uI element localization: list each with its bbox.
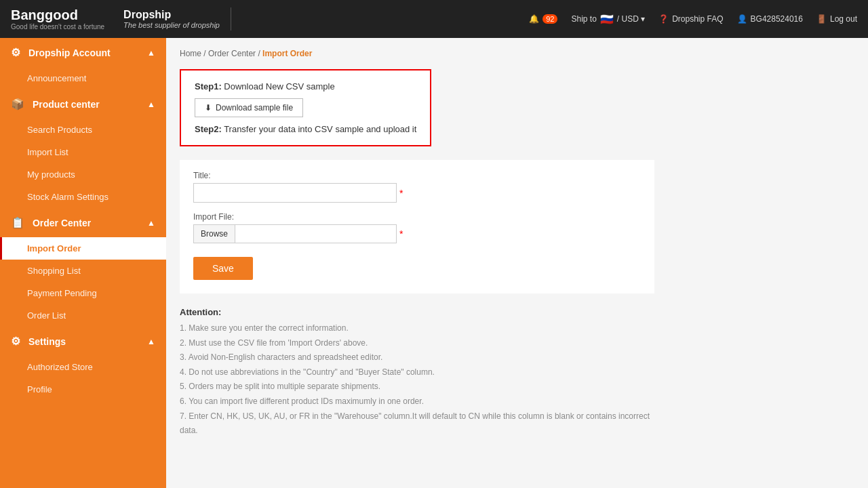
logout-label: Log out <box>830 14 857 24</box>
order-center-section-left: 📋 Order Center <box>11 216 91 229</box>
header-right: 🔔 92 Ship to 🇷🇺 / USD ▾ ❓ Dropship FAQ 👤… <box>529 13 857 26</box>
gear-icon: ⚙ <box>11 336 20 347</box>
sidebar-item-shopping-list[interactable]: Shopping List <box>0 260 166 282</box>
order-center-label: Order Center <box>33 218 91 228</box>
logo-text: Banggood Good life doesn't cost a fortun… <box>11 7 104 30</box>
layout: ⚙ Dropship Account ▲ Announcement 📦 Prod… <box>0 38 868 488</box>
currency-label: / USD ▾ <box>617 14 645 24</box>
import-file-label: Import File: <box>193 212 641 222</box>
attention-item-6: You can import five different product ID… <box>180 394 654 409</box>
bell-icon: 🔔 <box>529 14 539 24</box>
flag-icon: 🇷🇺 <box>600 13 614 26</box>
sidebar-section-dropship-account[interactable]: ⚙ Dropship Account ▲ <box>0 38 166 67</box>
dropship-subtitle: The best supplier of dropship <box>123 21 220 29</box>
main-content: Home / Order Center / Import Order Step1… <box>166 38 868 488</box>
sidebar-item-announcement[interactable]: Announcement <box>0 67 166 89</box>
account-id-label: BG428524016 <box>751 14 803 24</box>
download-icon: ⬇ <box>205 103 212 113</box>
attention-section: Attention: Make sure you enter the corre… <box>180 307 654 439</box>
title-required-mark: * <box>399 188 403 199</box>
logo-area: Banggood Good life doesn't cost a fortun… <box>11 7 231 30</box>
file-name-display <box>235 230 396 238</box>
attention-item-5: Orders may be split into multiple separa… <box>180 380 654 394</box>
file-required-mark: * <box>399 228 403 239</box>
sidebar-item-authorized-store[interactable]: Authorized Store <box>0 356 166 378</box>
sidebar-item-import-order[interactable]: Import Order <box>0 237 166 260</box>
box-icon: 📦 <box>11 98 24 110</box>
notification-bell[interactable]: 🔔 92 <box>529 14 557 24</box>
sidebar-section-product-center[interactable]: 📦 Product center ▲ <box>0 89 166 119</box>
sidebar-item-search-products[interactable]: Search Products <box>0 119 166 141</box>
step-box: Step1: Download New CSV sample ⬇ Downloa… <box>180 69 431 146</box>
import-file-form-group: Import File: Browse * <box>193 212 641 243</box>
attention-list: Make sure you enter the correct informat… <box>180 321 654 439</box>
breadcrumb-order-center[interactable]: Order Center <box>208 49 256 58</box>
top-header: Banggood Good life doesn't cost a fortun… <box>0 0 868 38</box>
logout-button[interactable]: 🚪 Log out <box>816 14 857 24</box>
title-form-group: Title: * <box>193 171 641 203</box>
attention-item-4: Do not use abbreviations in the "Country… <box>180 365 654 380</box>
step1-description: Download New CSV sample <box>224 81 334 92</box>
notification-badge: 92 <box>542 14 557 24</box>
title-label: Title: <box>193 171 641 180</box>
settings-section-left: ⚙ Settings <box>11 335 66 348</box>
sidebar-item-my-products[interactable]: My products <box>0 163 166 186</box>
dropship-header: Dropship The best supplier of dropship <box>123 9 220 29</box>
question-icon: ❓ <box>658 14 669 24</box>
form-section: Title: * Import File: Browse * Save <box>180 160 654 293</box>
import-file-input-wrap: Browse * <box>193 224 641 243</box>
attention-item-1: Make sure you enter the correct informat… <box>180 321 654 336</box>
logo-sub: Good life doesn't cost a fortune <box>11 23 104 30</box>
step2-label: Step2: Transfer your data into CSV sampl… <box>195 124 416 134</box>
file-input-wrap: Browse <box>193 224 397 243</box>
dropship-account-section-left: ⚙ Dropship Account <box>11 46 111 59</box>
title-input-wrap: * <box>193 183 641 203</box>
sidebar-section-order-center[interactable]: 📋 Order Center ▲ <box>0 208 166 237</box>
settings-label: Settings <box>28 336 66 347</box>
faq-label: Dropship FAQ <box>672 14 723 24</box>
step1-label: Step1: Download New CSV sample <box>195 81 416 92</box>
sidebar-item-order-list[interactable]: Order List <box>0 304 166 327</box>
faq-link[interactable]: ❓ Dropship FAQ <box>658 14 723 24</box>
attention-item-3: Avoid Non-English characters and spreads… <box>180 350 654 365</box>
download-sample-button[interactable]: ⬇ Download sample file <box>195 98 303 117</box>
logout-icon: 🚪 <box>816 14 827 24</box>
attention-title: Attention: <box>180 307 654 317</box>
browse-button[interactable]: Browse <box>194 225 235 243</box>
ship-to[interactable]: Ship to 🇷🇺 / USD ▾ <box>571 13 645 26</box>
attention-item-2: Must use the CSV file from 'Import Order… <box>180 336 654 351</box>
step2-description: Transfer your data into CSV sample and u… <box>224 124 416 134</box>
save-button[interactable]: Save <box>193 257 253 280</box>
product-center-section-left: 📦 Product center <box>11 98 100 110</box>
ship-to-label: Ship to <box>571 14 596 24</box>
sidebar: ⚙ Dropship Account ▲ Announcement 📦 Prod… <box>0 38 166 488</box>
attention-item-7: Enter CN, HK, US, UK, AU, or FR in the "… <box>180 409 654 439</box>
user-icon: 👤 <box>737 14 747 24</box>
product-center-label: Product center <box>33 99 100 110</box>
logo-main: Banggood <box>11 7 104 23</box>
sidebar-item-profile[interactable]: Profile <box>0 378 166 401</box>
chevron-up-icon-4: ▲ <box>147 337 155 346</box>
chevron-up-icon: ▲ <box>147 48 155 58</box>
settings-circle-icon: ⚙ <box>11 47 20 58</box>
chevron-up-icon-2: ▲ <box>147 100 155 109</box>
breadcrumb-home[interactable]: Home <box>180 49 201 58</box>
title-input[interactable] <box>193 183 397 203</box>
sidebar-section-settings[interactable]: ⚙ Settings ▲ <box>0 327 166 356</box>
sidebar-item-payment-pending[interactable]: Payment Pending <box>0 282 166 304</box>
breadcrumb: Home / Order Center / Import Order <box>180 49 854 58</box>
breadcrumb-current: Import Order <box>262 49 312 58</box>
dropship-account-label: Dropship Account <box>28 47 111 58</box>
account-id[interactable]: 👤 BG428524016 <box>737 14 803 24</box>
sidebar-item-stock-alarm[interactable]: Stock Alarm Settings <box>0 186 166 208</box>
dropship-title: Dropship <box>123 9 220 21</box>
sidebar-item-import-list[interactable]: Import List <box>0 141 166 163</box>
list-icon: 📋 <box>11 217 24 228</box>
chevron-up-icon-3: ▲ <box>147 218 155 228</box>
